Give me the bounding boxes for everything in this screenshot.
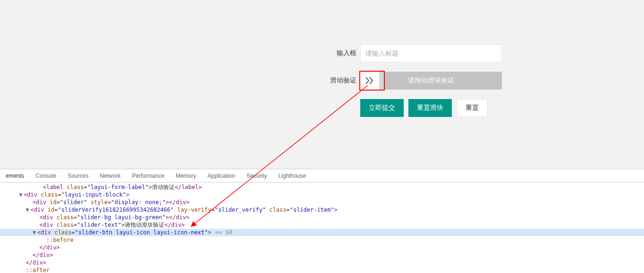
page-area: 输入框 滑动验证 请拖动滑块验证 立即 xyxy=(0,0,644,169)
devtools-tabs: ements Console Sources Network Performan… xyxy=(0,169,644,182)
tab-network[interactable]: Network xyxy=(94,169,126,182)
dom-line[interactable]: ::after xyxy=(0,266,644,273)
slider-handle-wrap xyxy=(360,72,384,90)
reset-button[interactable]: 重置 xyxy=(457,99,488,117)
title-input[interactable] xyxy=(360,44,502,62)
slider-row: 滑动验证 请拖动滑块验证 xyxy=(328,72,502,90)
dom-line[interactable]: </div> xyxy=(0,259,644,266)
dom-line[interactable]: <div id="slider" style="display: none;">… xyxy=(0,199,644,206)
reset-slider-button[interactable]: 重置滑块 xyxy=(408,99,452,117)
slider-handle-tail xyxy=(379,72,384,90)
tab-sources[interactable]: Sources xyxy=(62,169,94,182)
devtools: ements Console Sources Network Performan… xyxy=(0,169,644,273)
button-row: 立即提交 重置滑块 重置 xyxy=(360,99,502,117)
dom-line[interactable]: </div> xyxy=(0,251,644,259)
slider-label: 滑动验证 xyxy=(328,76,356,85)
tab-security[interactable]: Security xyxy=(241,169,272,182)
input-label: 输入框 xyxy=(328,49,356,58)
dom-line[interactable]: ▼<div class="layui-input-block"> xyxy=(0,191,644,199)
slider-handle[interactable] xyxy=(360,72,379,90)
submit-button[interactable]: 立即提交 xyxy=(360,99,404,117)
tab-console[interactable]: Console xyxy=(30,169,62,182)
tab-performance[interactable]: Performance xyxy=(126,169,170,182)
slider-track[interactable]: 请拖动滑块验证 xyxy=(360,72,502,90)
tab-lighthouse[interactable]: Lighthouse xyxy=(273,169,312,182)
dom-line[interactable]: ▼<div id="sliderVerify161821669953426824… xyxy=(0,206,644,214)
dom-line[interactable]: </div> xyxy=(0,244,644,251)
chevron-double-right-icon xyxy=(365,77,374,84)
dom-line[interactable]: ::before xyxy=(0,236,644,244)
tab-application[interactable]: Application xyxy=(202,169,241,182)
input-row: 输入框 xyxy=(328,44,502,62)
dom-line[interactable]: <label class="layui-form-label">滑动验证</la… xyxy=(0,183,644,191)
tab-elements[interactable]: ements xyxy=(0,169,30,182)
dom-line[interactable]: <div class="slider-bg layui-bg-green"></… xyxy=(0,214,644,221)
dom-line[interactable]: <div class="slider-text">请拖动滑块验证</div> xyxy=(0,221,644,229)
slider-text: 请拖动滑块验证 xyxy=(408,76,454,85)
form: 输入框 滑动验证 请拖动滑块验证 立即 xyxy=(328,44,502,117)
dom-tree[interactable]: <label class="layui-form-label">滑动验证</la… xyxy=(0,182,644,273)
dom-line-selected[interactable]: ▼<div class="slider-btn layui-icon layui… xyxy=(0,229,644,236)
tab-memory[interactable]: Memory xyxy=(170,169,202,182)
